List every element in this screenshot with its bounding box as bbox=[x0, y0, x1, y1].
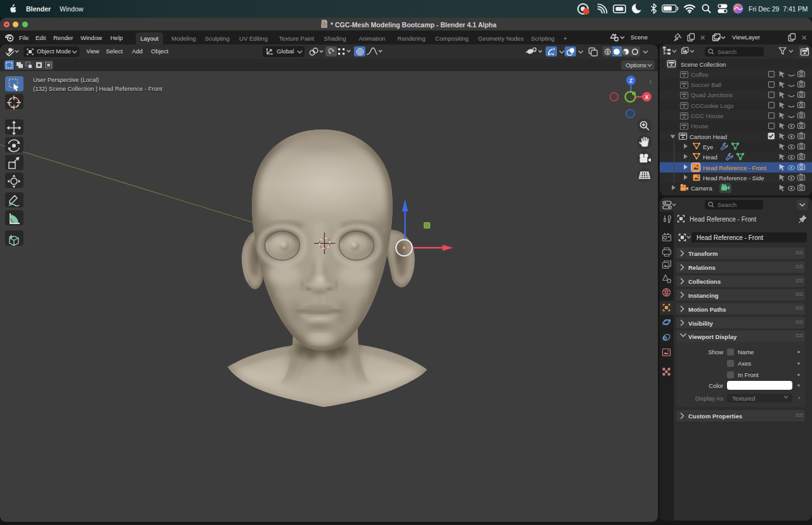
svg-text:Head Reference - Front: Head Reference - Front bbox=[697, 234, 763, 241]
svg-text:Quad Junctions: Quad Junctions bbox=[691, 91, 733, 98]
svg-text:Head Reference - Front: Head Reference - Front bbox=[690, 216, 756, 223]
svg-text:Axes: Axes bbox=[738, 360, 751, 367]
svg-text:Viewport Display: Viewport Display bbox=[688, 333, 737, 340]
svg-text:X: X bbox=[645, 94, 649, 100]
svg-text:CGC House: CGC House bbox=[691, 112, 723, 119]
svg-text:Search: Search bbox=[717, 48, 737, 55]
svg-text:Head Reference - Side: Head Reference - Side bbox=[703, 175, 764, 182]
svg-text:House: House bbox=[691, 123, 708, 130]
svg-text:Relations: Relations bbox=[688, 264, 716, 271]
svg-text:In Front: In Front bbox=[738, 371, 759, 378]
svg-text:Visibility: Visibility bbox=[688, 320, 714, 327]
svg-text:Z: Z bbox=[629, 77, 632, 84]
svg-text:Camera: Camera bbox=[691, 185, 713, 192]
svg-text:Show: Show bbox=[708, 349, 723, 356]
svg-text:Soccer Ball: Soccer Ball bbox=[691, 81, 721, 88]
svg-text:Collections: Collections bbox=[688, 278, 721, 285]
svg-text:Coffee: Coffee bbox=[691, 71, 709, 78]
svg-text:Search: Search bbox=[717, 201, 737, 208]
svg-text:Head Reference - Front: Head Reference - Front bbox=[703, 164, 766, 171]
svg-text:Scene Collection: Scene Collection bbox=[681, 61, 726, 68]
svg-text:Custom Properties: Custom Properties bbox=[688, 413, 742, 420]
svg-text:Eye: Eye bbox=[703, 143, 713, 150]
svg-text:Color: Color bbox=[709, 382, 723, 389]
svg-text:CGCookie Logo: CGCookie Logo bbox=[691, 102, 734, 109]
svg-text:Head: Head bbox=[703, 154, 717, 161]
svg-text:Cartoon Head: Cartoon Head bbox=[690, 133, 727, 140]
svg-text:Motion Paths: Motion Paths bbox=[688, 306, 726, 313]
svg-text:Display As: Display As bbox=[695, 395, 724, 402]
svg-text:Name: Name bbox=[738, 349, 754, 356]
svg-text:Textured: Textured bbox=[732, 395, 755, 402]
svg-text:Instancing: Instancing bbox=[688, 292, 719, 299]
svg-text:Transform: Transform bbox=[688, 250, 717, 257]
